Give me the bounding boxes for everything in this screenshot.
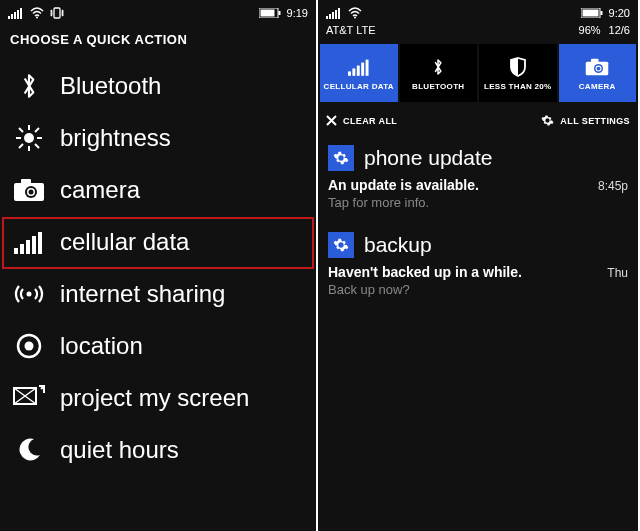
notification-time: Thu [607, 266, 628, 280]
svg-point-5 [36, 17, 38, 19]
quick-action-bluetooth[interactable]: Bluetooth [2, 61, 316, 113]
svg-rect-46 [365, 59, 368, 75]
camera-icon [585, 56, 609, 78]
quick-action-camera[interactable]: camera [2, 165, 316, 217]
svg-point-23 [29, 190, 34, 195]
tile-camera[interactable]: CAMERA [559, 44, 637, 102]
svg-rect-6 [54, 8, 60, 18]
svg-rect-20 [21, 179, 31, 184]
svg-rect-33 [326, 16, 328, 19]
svg-rect-2 [14, 12, 16, 19]
quick-action-chooser-screen: 9:19 CHOOSE A QUICK ACTION Bluetooth bri… [0, 0, 318, 531]
svg-rect-8 [260, 10, 274, 17]
quick-action-label: project my screen [60, 386, 249, 410]
svg-line-16 [35, 144, 39, 148]
svg-rect-4 [20, 8, 22, 19]
svg-rect-28 [38, 232, 42, 254]
quick-action-label: Bluetooth [60, 74, 161, 98]
svg-rect-0 [8, 16, 10, 19]
tile-label: CELLULAR DATA [322, 82, 396, 91]
svg-rect-3 [17, 10, 19, 19]
action-center-screen: 9:20 AT&T LTE 96% 12/6 CELLULAR DATA BLU… [318, 0, 638, 531]
cellular-icon [12, 225, 46, 259]
svg-rect-35 [332, 12, 334, 19]
status-time: 9:20 [609, 7, 630, 19]
svg-line-17 [19, 144, 23, 148]
status-bar: 9:20 [318, 0, 638, 24]
svg-rect-40 [582, 10, 598, 17]
svg-rect-36 [335, 10, 337, 19]
quick-action-label: camera [60, 178, 140, 202]
bluetooth-icon [12, 69, 46, 103]
status-time: 9:19 [287, 7, 308, 19]
project-screen-icon [12, 381, 46, 415]
notification-app-name: backup [364, 233, 432, 257]
notification-time: 8:45p [598, 179, 628, 193]
settings-app-icon [328, 145, 354, 171]
location-icon [12, 329, 46, 363]
tile-label: CAMERA [577, 82, 618, 91]
svg-rect-43 [352, 68, 355, 75]
battery-icon [581, 8, 603, 18]
quick-action-internet-sharing[interactable]: internet sharing [2, 269, 316, 321]
svg-rect-34 [329, 14, 331, 19]
settings-app-icon [328, 232, 354, 258]
close-icon [326, 115, 337, 126]
status-date: 12/6 [609, 24, 630, 36]
svg-rect-26 [26, 240, 30, 254]
tile-cellular-data[interactable]: CELLULAR DATA [320, 44, 398, 102]
svg-point-31 [25, 342, 34, 351]
notification-subtitle: Tap for more info. [328, 195, 628, 210]
battery-percent: 96% [579, 24, 601, 36]
svg-rect-42 [348, 71, 351, 75]
svg-rect-48 [591, 58, 599, 62]
svg-rect-44 [357, 65, 360, 75]
svg-rect-1 [11, 14, 13, 19]
moon-icon [12, 433, 46, 467]
notification-app-name: phone update [364, 146, 492, 170]
tile-label: LESS THAN 20% [482, 82, 553, 91]
brightness-icon [12, 121, 46, 155]
carrier-label: AT&T LTE [326, 24, 376, 36]
vibrate-icon [50, 7, 64, 19]
quick-action-brightness[interactable]: brightness [2, 113, 316, 165]
gear-icon [541, 114, 554, 127]
quick-action-quiet-hours[interactable]: quiet hours [2, 425, 316, 477]
svg-point-51 [597, 66, 601, 70]
tile-battery-saver[interactable]: LESS THAN 20% [479, 44, 557, 102]
notification-backup[interactable]: backup Haven't backed up in a while. Thu… [318, 224, 638, 311]
clear-all-button[interactable]: CLEAR ALL [326, 115, 397, 126]
camera-icon [12, 173, 46, 207]
quick-action-location[interactable]: location [2, 321, 316, 373]
notification-subtitle: Back up now? [328, 282, 628, 297]
notification-title: An update is available. [328, 177, 479, 193]
wifi-icon [30, 7, 44, 19]
svg-line-18 [35, 128, 39, 132]
all-settings-label: ALL SETTINGS [560, 116, 630, 126]
status-bar-detail: AT&T LTE 96% 12/6 [318, 24, 638, 42]
svg-rect-45 [361, 62, 364, 75]
action-row: CLEAR ALL ALL SETTINGS [318, 104, 638, 137]
tile-label: BLUETOOTH [410, 82, 466, 91]
svg-point-38 [354, 17, 356, 19]
svg-rect-37 [338, 8, 340, 19]
quick-action-label: brightness [60, 126, 171, 150]
all-settings-button[interactable]: ALL SETTINGS [541, 114, 630, 127]
bluetooth-icon [431, 56, 445, 78]
svg-rect-27 [32, 236, 36, 254]
shield-icon [509, 56, 527, 78]
quick-action-project-screen[interactable]: project my screen [2, 373, 316, 425]
quick-action-tiles: CELLULAR DATA BLUETOOTH LESS THAN 20% CA… [318, 42, 638, 104]
clear-all-label: CLEAR ALL [343, 116, 397, 126]
quick-action-label: location [60, 334, 143, 358]
battery-icon [259, 8, 281, 18]
svg-point-29 [27, 292, 32, 297]
signal-icon [8, 7, 24, 19]
internet-sharing-icon [12, 277, 46, 311]
svg-line-15 [19, 128, 23, 132]
quick-action-cellular-data[interactable]: cellular data [2, 217, 314, 269]
quick-action-label: internet sharing [60, 282, 225, 306]
svg-rect-24 [14, 248, 18, 254]
notification-phone-update[interactable]: phone update An update is available. 8:4… [318, 137, 638, 224]
tile-bluetooth[interactable]: BLUETOOTH [400, 44, 478, 102]
